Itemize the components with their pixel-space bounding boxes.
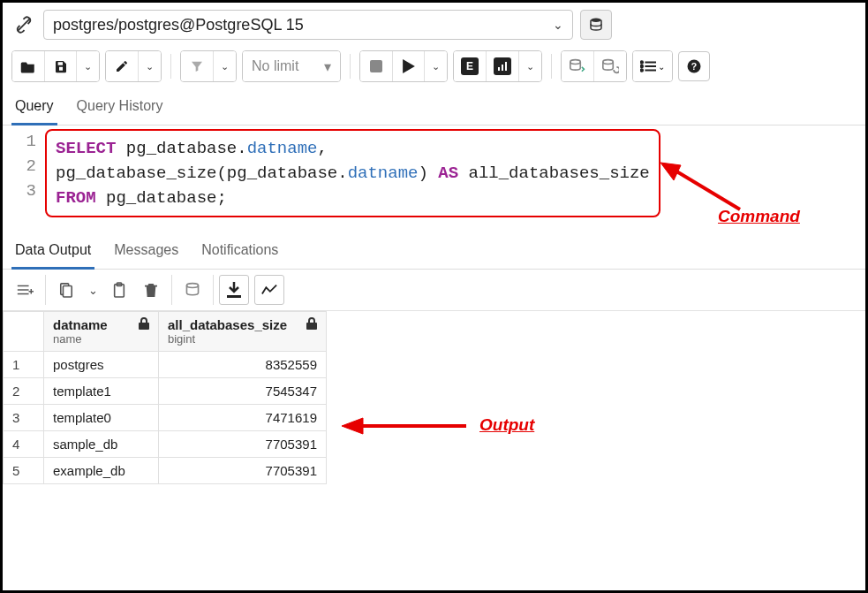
table-row[interactable]: 3template07471619 bbox=[4, 405, 327, 431]
result-grid-wrap: datnamename all_databases_sizebigint 1po… bbox=[3, 311, 865, 484]
column-header-datname[interactable]: datnamename bbox=[44, 312, 159, 352]
svg-text:?: ? bbox=[691, 61, 697, 72]
lock-icon bbox=[306, 317, 317, 330]
divider bbox=[170, 54, 171, 79]
svg-rect-24 bbox=[63, 286, 72, 297]
lock-icon bbox=[139, 317, 149, 330]
svg-marker-32 bbox=[342, 418, 363, 434]
svg-line-0 bbox=[18, 19, 31, 32]
save-dropdown[interactable]: ⌄ bbox=[76, 51, 99, 81]
help-button[interactable]: ? bbox=[678, 51, 710, 81]
tab-query[interactable]: Query bbox=[11, 91, 57, 125]
line-gutter: 123 bbox=[3, 129, 45, 217]
output-toolbar: ⌄ bbox=[3, 270, 865, 311]
code-area[interactable]: SELECT pg_database.datname, pg_database_… bbox=[45, 129, 660, 217]
svg-point-8 bbox=[603, 60, 613, 65]
editor-tabs: Query Query History bbox=[3, 91, 865, 125]
open-file-button[interactable] bbox=[12, 51, 44, 81]
arrow-command-icon bbox=[656, 161, 744, 214]
select-database-button[interactable] bbox=[580, 10, 612, 40]
paste-button[interactable] bbox=[104, 275, 134, 305]
main-toolbar: ⌄ ⌄ ⌄ No limit▾ ⌄ E ⌄ ⌄ ? bbox=[3, 47, 865, 91]
svg-point-13 bbox=[640, 65, 643, 68]
kw-select: SELECT bbox=[56, 139, 116, 158]
svg-rect-29 bbox=[139, 323, 149, 330]
edit-dropdown[interactable]: ⌄ bbox=[138, 51, 161, 81]
svg-rect-5 bbox=[505, 62, 507, 71]
svg-rect-2 bbox=[370, 60, 382, 72]
annotation-output: Output bbox=[479, 415, 534, 435]
filter-button[interactable] bbox=[181, 51, 213, 81]
rollback-button[interactable] bbox=[593, 51, 626, 81]
graph-button[interactable] bbox=[254, 275, 284, 305]
execute-dropdown[interactable]: ⌄ bbox=[424, 51, 447, 81]
copy-dropdown[interactable]: ⌄ bbox=[83, 275, 102, 305]
copy-button[interactable] bbox=[51, 275, 81, 305]
arrow-output-icon bbox=[338, 413, 471, 439]
download-button[interactable] bbox=[219, 275, 249, 305]
table-row[interactable]: 5example_db7705391 bbox=[4, 458, 327, 484]
row-header-corner bbox=[4, 312, 44, 352]
disconnected-icon[interactable] bbox=[11, 12, 36, 37]
delete-button[interactable] bbox=[136, 275, 166, 305]
connection-bar: postgres/postgres@PostgreSQL 15 ⌄ bbox=[3, 3, 865, 47]
macros-button[interactable]: ⌄ bbox=[633, 51, 672, 81]
svg-point-1 bbox=[591, 19, 601, 23]
save-button[interactable] bbox=[44, 51, 76, 81]
svg-rect-30 bbox=[306, 323, 317, 330]
stop-button[interactable] bbox=[360, 51, 392, 81]
output-tabs: Data Output Messages Notifications bbox=[3, 235, 865, 270]
svg-rect-4 bbox=[502, 65, 503, 71]
divider bbox=[350, 54, 351, 79]
sql-editor[interactable]: 123 SELECT pg_database.datname, pg_datab… bbox=[3, 125, 865, 230]
filter-dropdown[interactable]: ⌄ bbox=[213, 51, 236, 81]
column-header-size[interactable]: all_databases_sizebigint bbox=[159, 312, 327, 352]
annotation-command: Command bbox=[718, 207, 800, 226]
limit-selector[interactable]: No limit▾ bbox=[243, 51, 340, 81]
execute-button[interactable] bbox=[392, 51, 424, 81]
explain-button[interactable]: E bbox=[454, 51, 486, 81]
svg-rect-3 bbox=[498, 67, 500, 71]
table-row[interactable]: 2template17545347 bbox=[4, 378, 327, 405]
divider bbox=[551, 54, 552, 79]
tab-notifications[interactable]: Notifications bbox=[198, 235, 282, 269]
svg-line-17 bbox=[674, 170, 740, 209]
limit-label: No limit bbox=[252, 58, 298, 74]
connection-label: postgres/postgres@PostgreSQL 15 bbox=[53, 16, 304, 34]
tab-data-output[interactable]: Data Output bbox=[11, 235, 94, 270]
svg-point-12 bbox=[640, 61, 643, 64]
save-data-button[interactable] bbox=[177, 275, 208, 305]
commit-button[interactable] bbox=[562, 51, 593, 81]
explain-dropdown[interactable]: ⌄ bbox=[518, 51, 541, 81]
result-grid[interactable]: datnamename all_databases_sizebigint 1po… bbox=[3, 311, 327, 484]
table-row[interactable]: 4sample_db7705391 bbox=[4, 431, 327, 458]
svg-point-14 bbox=[640, 69, 643, 72]
tab-messages[interactable]: Messages bbox=[110, 235, 182, 269]
svg-point-27 bbox=[186, 284, 198, 288]
tab-query-history[interactable]: Query History bbox=[73, 91, 167, 125]
svg-point-6 bbox=[570, 60, 580, 65]
edit-button[interactable] bbox=[106, 51, 138, 81]
connection-selector[interactable]: postgres/postgres@PostgreSQL 15 ⌄ bbox=[43, 10, 573, 40]
svg-rect-28 bbox=[227, 295, 241, 298]
svg-marker-18 bbox=[660, 163, 681, 180]
explain-analyze-button[interactable] bbox=[486, 51, 518, 81]
add-row-button[interactable] bbox=[10, 275, 40, 305]
table-row[interactable]: 1postgres8352559 bbox=[4, 352, 327, 378]
chevron-down-icon: ⌄ bbox=[553, 18, 563, 32]
